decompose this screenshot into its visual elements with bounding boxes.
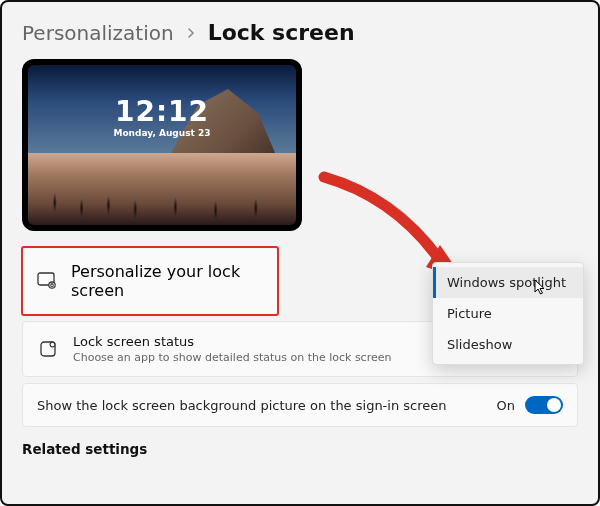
chevron-right-icon <box>186 25 196 41</box>
signin-picture-row: Show the lock screen background picture … <box>22 383 578 427</box>
svg-point-4 <box>50 342 55 347</box>
personalize-lock-screen-row[interactable]: Personalize your lock screen <box>22 247 278 315</box>
breadcrumb-parent[interactable]: Personalization <box>22 21 174 45</box>
related-settings-heading: Related settings <box>22 441 578 457</box>
signin-picture-label: Show the lock screen background picture … <box>37 398 447 413</box>
lock-screen-icon <box>37 270 57 292</box>
dropdown-option-picture[interactable]: Picture <box>433 298 583 329</box>
breadcrumb: Personalization Lock screen <box>22 20 578 45</box>
dropdown-option-spotlight[interactable]: Windows spotlight <box>433 267 583 298</box>
status-app-icon <box>37 338 59 360</box>
preview-time: 12:12 <box>113 95 210 128</box>
dropdown-option-slideshow[interactable]: Slideshow <box>433 329 583 360</box>
lock-screen-status-sub: Choose an app to show detailed status on… <box>73 351 391 364</box>
lock-screen-preview: 12:12 Monday, August 23 <box>22 59 302 231</box>
background-dropdown[interactable]: Windows spotlight Picture Slideshow <box>432 262 584 365</box>
personalize-lock-screen-label: Personalize your lock screen <box>71 262 263 300</box>
toggle-state-label: On <box>497 398 515 413</box>
breadcrumb-current: Lock screen <box>208 20 355 45</box>
lock-screen-status-title: Lock screen status <box>73 334 391 349</box>
preview-date: Monday, August 23 <box>113 128 210 138</box>
signin-picture-toggle[interactable] <box>525 396 563 414</box>
